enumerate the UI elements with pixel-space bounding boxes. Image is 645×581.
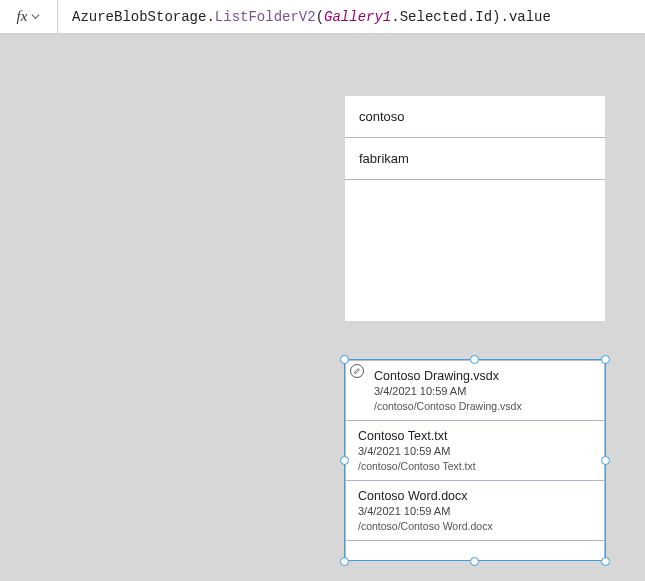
resize-handle[interactable]	[601, 456, 610, 465]
file-date: 3/4/2021 10:59 AM	[358, 444, 592, 459]
resize-handle[interactable]	[470, 557, 479, 566]
file-name: Contoso Text.txt	[358, 428, 592, 444]
list-item-label: contoso	[359, 109, 405, 124]
formula-input[interactable]: AzureBlobStorage.ListFolderV2(Gallery1.S…	[58, 0, 645, 33]
file-date: 3/4/2021 10:59 AM	[358, 504, 592, 519]
formula-token-object: Gallery1	[324, 9, 391, 25]
resize-handle[interactable]	[340, 557, 349, 566]
list-item-label: fabrikam	[359, 151, 409, 166]
design-canvas[interactable]: contoso fabrikam Contoso Drawing.vsdx 3/…	[0, 34, 645, 581]
resize-handle[interactable]	[601, 557, 610, 566]
formula-token-method: ListFolderV2	[215, 9, 316, 25]
fx-dropdown[interactable]: fx	[0, 0, 58, 33]
list-item[interactable]: Contoso Text.txt 3/4/2021 10:59 AM /cont…	[346, 421, 604, 481]
resize-handle[interactable]	[340, 456, 349, 465]
formula-token: AzureBlobStorage.	[72, 9, 215, 25]
list-item[interactable]: contoso	[345, 96, 605, 138]
formula-token: .Selected.Id	[391, 9, 492, 25]
list-item[interactable]: fabrikam	[345, 138, 605, 180]
file-name: Contoso Word.docx	[358, 488, 592, 504]
file-path: /contoso/Contoso Drawing.vsdx	[374, 399, 592, 413]
formula-token: (	[316, 9, 324, 25]
gallery2[interactable]: Contoso Drawing.vsdx 3/4/2021 10:59 AM /…	[345, 360, 605, 561]
resize-handle[interactable]	[470, 355, 479, 364]
file-path: /contoso/Contoso Text.txt	[358, 459, 592, 473]
fx-label: fx	[17, 8, 28, 25]
resize-handle[interactable]	[601, 355, 610, 364]
resize-handle[interactable]	[340, 355, 349, 364]
formula-token: ).value	[492, 9, 551, 25]
file-path: /contoso/Contoso Word.docx	[358, 519, 592, 533]
gallery2-selection-wrap: Contoso Drawing.vsdx 3/4/2021 10:59 AM /…	[331, 351, 619, 570]
gallery1[interactable]: contoso fabrikam	[345, 96, 605, 321]
edit-template-icon[interactable]	[350, 364, 364, 378]
list-item[interactable]: Contoso Word.docx 3/4/2021 10:59 AM /con…	[346, 481, 604, 541]
list-item[interactable]: Contoso Drawing.vsdx 3/4/2021 10:59 AM /…	[346, 361, 604, 421]
file-name: Contoso Drawing.vsdx	[374, 368, 592, 384]
formula-bar: fx AzureBlobStorage.ListFolderV2(Gallery…	[0, 0, 645, 34]
chevron-down-icon	[31, 12, 40, 21]
file-date: 3/4/2021 10:59 AM	[374, 384, 592, 399]
